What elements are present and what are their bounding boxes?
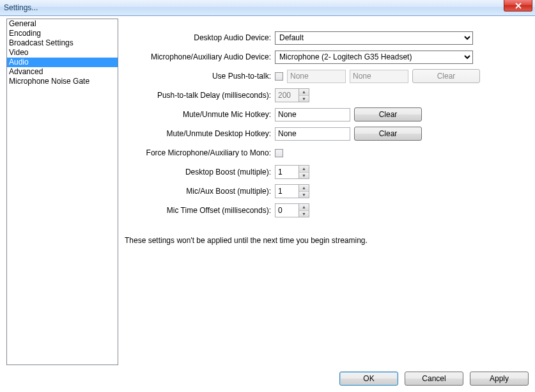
desktop-boost-label: Desktop Boost (multiple):: [125, 168, 275, 176]
apply-note: These settings won't be applied until th…: [125, 236, 368, 245]
spinner-arrows: ▲ ▼: [299, 88, 309, 102]
sidebar-item-advanced[interactable]: Advanced: [7, 67, 118, 77]
ptt-delay-input: [275, 88, 299, 102]
force-mono-label: Force Microphone/Auxiliary to Mono:: [125, 148, 275, 157]
ptt-hotkey1-input: [287, 70, 346, 83]
desktop-boost-spinner[interactable]: ▲ ▼: [275, 165, 309, 179]
apply-button[interactable]: Apply: [470, 372, 529, 386]
sidebar-item-general[interactable]: General: [7, 19, 118, 29]
mute-mic-hotkey-input[interactable]: [275, 108, 350, 122]
desktop-boost-input[interactable]: [275, 165, 299, 179]
sidebar-item-microphone-noise-gate[interactable]: Microphone Noise Gate: [7, 77, 118, 86]
spinner-up-icon: ▲: [299, 89, 309, 95]
desktop-audio-device-label: Desktop Audio Device:: [125, 33, 275, 42]
mic-offset-input[interactable]: [275, 203, 299, 217]
mute-mic-label: Mute/Unmute Mic Hotkey:: [125, 110, 275, 119]
ptt-delay-label: Push-to-talk Delay (milliseconds):: [125, 91, 275, 100]
spinner-down-icon[interactable]: ▼: [299, 210, 309, 217]
window-title: Settings...: [4, 3, 38, 12]
ptt-label: Use Push-to-talk:: [125, 72, 275, 81]
force-mono-checkbox[interactable]: [275, 149, 283, 157]
spinner-up-icon[interactable]: ▲: [299, 204, 309, 210]
mute-mic-clear-button[interactable]: Clear: [354, 107, 422, 122]
ptt-delay-spinner: ▲ ▼: [275, 88, 309, 102]
sidebar-list[interactable]: General Encoding Broadcast Settings Vide…: [6, 19, 118, 365]
ptt-checkbox[interactable]: [275, 72, 283, 81]
ok-button[interactable]: OK: [339, 372, 398, 386]
spinner-down-icon: ▼: [299, 95, 309, 102]
mute-desktop-label: Mute/Unmute Desktop Hotkey:: [125, 129, 275, 138]
sidebar-item-video[interactable]: Video: [7, 48, 118, 58]
client-area: General Encoding Broadcast Settings Vide…: [0, 16, 535, 392]
mic-boost-label: Mic/Aux Boost (multiple):: [125, 187, 275, 196]
window-close-button[interactable]: [504, 0, 532, 12]
title-bar: Settings...: [0, 0, 535, 16]
mic-boost-input[interactable]: [275, 184, 299, 198]
spinner-up-icon[interactable]: ▲: [299, 185, 309, 191]
ptt-clear-button: Clear: [412, 69, 480, 83]
mute-desktop-clear-button[interactable]: Clear: [354, 127, 422, 141]
close-icon: [515, 3, 522, 9]
mic-boost-spinner[interactable]: ▲ ▼: [275, 184, 309, 198]
form-area: Desktop Audio Device: Default Microphone…: [125, 19, 529, 222]
spinner-down-icon[interactable]: ▼: [299, 172, 309, 179]
sidebar-item-audio[interactable]: Audio: [7, 58, 118, 67]
mic-offset-spinner[interactable]: ▲ ▼: [275, 203, 309, 217]
spinner-up-icon[interactable]: ▲: [299, 166, 309, 172]
sidebar-item-encoding[interactable]: Encoding: [7, 29, 118, 38]
desktop-audio-device-select[interactable]: Default: [275, 31, 473, 45]
footer-buttons: OK Cancel Apply: [339, 372, 529, 386]
ptt-hotkey2-input: [350, 70, 408, 83]
mic-device-select[interactable]: Microphone (2- Logitech G35 Headset): [275, 51, 473, 64]
mic-offset-label: Mic Time Offset (milliseconds):: [125, 206, 275, 215]
spinner-down-icon[interactable]: ▼: [299, 191, 309, 198]
mic-device-label: Microphone/Auxiliary Audio Device:: [125, 52, 275, 61]
cancel-button[interactable]: Cancel: [405, 372, 463, 386]
sidebar-item-broadcast-settings[interactable]: Broadcast Settings: [7, 38, 118, 48]
mute-desktop-hotkey-input[interactable]: [275, 127, 350, 141]
